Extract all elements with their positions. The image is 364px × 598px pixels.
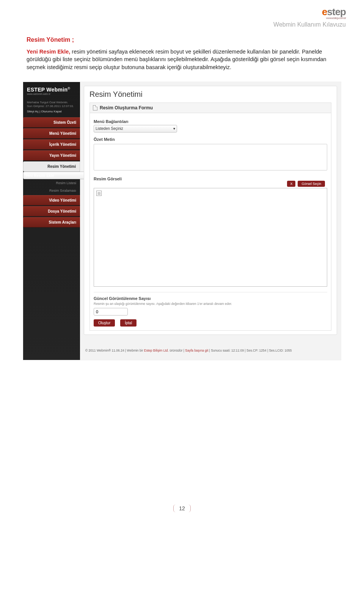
- footer-link-top[interactable]: Sayfa başına git: [185, 349, 208, 352]
- image-toolbar: X Görsel Seçin: [287, 181, 325, 187]
- sidebar-item-menu-yonetimi[interactable]: Menü Yönetimi: [23, 128, 80, 139]
- footer-part3: | Sunucu saati: 12:11:09 | Ses.CP: 1254 …: [208, 349, 292, 352]
- sidebar-item-sistem-araclari[interactable]: Sistem Araçları: [23, 217, 80, 227]
- sidebar-item-yayin-yonetimi[interactable]: Yayın Yönetimi: [23, 150, 80, 161]
- main-panel: Resim Yönetimi Resim Oluşturma Formu Men…: [84, 86, 337, 335]
- logo-orange-letter: e: [322, 6, 327, 17]
- sidebar-item-resim-yonetimi[interactable]: Resim Yönetimi: [23, 161, 80, 172]
- form-panel-header: Resim Oluşturma Formu: [89, 103, 331, 113]
- footer-part2: ürünüdür |: [169, 349, 185, 352]
- document-content: Resim Yönetim ; Yeni Resim Ekle, resim y…: [0, 30, 364, 75]
- input-goruntulenme[interactable]: [94, 308, 128, 316]
- brand-reg: ®: [67, 87, 70, 90]
- brand-text: ESTEP Webmin: [27, 87, 67, 93]
- chevron-down-icon: ▾: [173, 126, 175, 131]
- page-title: Resim Yönetimi: [89, 90, 331, 99]
- sidebar-item-icerik-yonetimi[interactable]: İçerik Yönetimi: [23, 139, 80, 150]
- select-image-button[interactable]: Görsel Seçin: [298, 181, 325, 187]
- welcome-links[interactable]: Siteyi Aç | Oturumu Kapat: [27, 110, 76, 114]
- label-menu-baglantilari: Menü Bağlantıları: [94, 119, 327, 124]
- select-value: Listeden Seçiniz: [96, 126, 123, 131]
- app-footer: © 2011 Webmin® 11.06.24 | Webmin bir Est…: [80, 345, 341, 360]
- sidebar-item-sistem-ozeti[interactable]: Sistem Özeti: [23, 117, 80, 128]
- page-number: 12: [173, 505, 191, 512]
- lead-red: Yeni Resim Ekle,: [27, 49, 72, 55]
- sidebar-sub-resim-listesi[interactable]: Resim Listesi: [23, 179, 80, 187]
- select-menu-baglantilari[interactable]: Listeden Seçiniz ▾: [94, 125, 177, 133]
- textarea-ozet-metin[interactable]: [94, 144, 327, 170]
- footer-part1: © 2011 Webmin® 11.06.24 | Webmin bir: [85, 349, 144, 352]
- form-panel-body: Menü Bağlantıları Listeden Seçiniz ▾ Öze…: [89, 113, 331, 331]
- page-number-wrap: 12: [0, 505, 364, 520]
- section-heading: Resim Yönetim ;: [27, 36, 337, 43]
- sidebar-item-video-yonetimi[interactable]: Video Yönetimi: [23, 195, 80, 205]
- label-ozet-metin: Özet Metin: [94, 137, 327, 142]
- section-paragraph: Yeni Resim Ekle, resim yönetimi sayfaya …: [27, 48, 337, 71]
- label-goruntulenme: Güncel Görüntülenme Sayısı: [94, 296, 327, 301]
- logo-gray-text: step: [327, 6, 346, 17]
- welcome-line1: Merhaba Turgut Özal Webmin.: [27, 101, 76, 104]
- sidebar-item-dosya-yonetimi[interactable]: Dosya Yönetimi: [23, 206, 80, 216]
- sidebar-sub-resim-siralamasi[interactable]: Resim Sıralaması: [23, 187, 80, 194]
- divider: [94, 292, 327, 292]
- form-doc-icon: [93, 105, 97, 110]
- webmin-screenshot: ESTEP Webmin® www.webmin.web.tr Merhaba …: [23, 82, 341, 360]
- form-actions: Oluştur İptal: [94, 319, 327, 327]
- welcome-line2: Son Girişiniz: 27.06.2011 12:07:01: [27, 104, 76, 108]
- footer-link-estep[interactable]: Estep Bilişim Ltd.: [144, 349, 169, 352]
- document-header: estep www.estep.com.tr Webmin Kullanım K…: [0, 0, 364, 30]
- image-placeholder-icon: ▧: [96, 191, 102, 196]
- document-title: Webmin Kullanım Kılavuzu: [0, 21, 346, 28]
- form-panel-title: Resim Oluşturma Formu: [100, 105, 153, 110]
- hint-goruntulenme: Resmin şu an ulaştığı görüntülenme sayıs…: [94, 302, 327, 306]
- cancel-button[interactable]: İptal: [120, 319, 136, 327]
- sidebar: ESTEP Webmin® www.webmin.web.tr Merhaba …: [23, 82, 80, 360]
- brand-block: ESTEP Webmin® www.webmin.web.tr: [23, 82, 80, 98]
- remove-image-button[interactable]: X: [287, 181, 295, 187]
- estep-logo: estep www.estep.com.tr: [322, 6, 346, 20]
- create-button[interactable]: Oluştur: [94, 319, 115, 327]
- welcome-block: Merhaba Turgut Özal Webmin. Son Girişini…: [23, 98, 80, 117]
- body-text: resim yönetimi sayfaya eklenecek resim b…: [27, 49, 326, 70]
- brand-sub: www.webmin.web.tr: [27, 93, 76, 95]
- image-preview-box: ▧: [94, 188, 327, 287]
